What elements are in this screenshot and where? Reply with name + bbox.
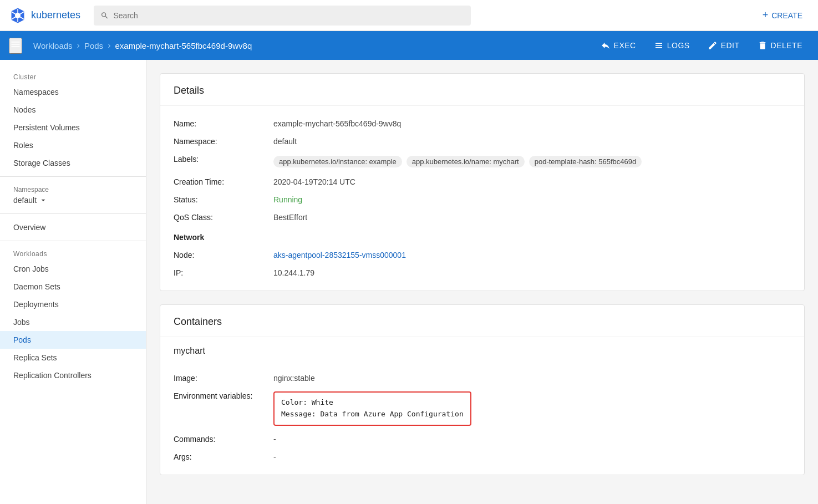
delete-button[interactable]: DELETE — [751, 37, 809, 54]
detail-label-name: Name: — [174, 119, 273, 128]
breadcrumb-sep-1: › — [77, 40, 80, 50]
detail-value-node[interactable]: aks-agentpool-28532155-vmss000001 — [273, 251, 791, 259]
sidebar-item-persistent-volumes[interactable]: Persistent Volumes — [0, 119, 146, 136]
detail-row-labels: Labels: app.kubernetes.io/instance: exam… — [174, 150, 791, 173]
detail-label-node: Node: — [174, 251, 273, 259]
logo-link[interactable]: kubernetes — [9, 7, 80, 24]
breadcrumb-sep-2: › — [108, 40, 110, 50]
chevron-down-icon — [39, 196, 48, 205]
search-bar[interactable] — [94, 6, 471, 26]
kubernetes-logo-icon — [9, 7, 27, 24]
detail-row-namespace: Namespace: default — [174, 133, 791, 150]
main-content: Details Name: example-mychart-565fbc469d… — [146, 60, 818, 502]
workloads-section-title: Workloads — [0, 246, 146, 260]
search-icon — [100, 11, 109, 20]
detail-row-name: Name: example-mychart-565fbc469d-9wv8q — [174, 115, 791, 133]
detail-label-creation-time: Creation Time: — [174, 177, 273, 186]
network-header: Network — [174, 226, 791, 246]
detail-value-ip: 10.244.1.79 — [273, 268, 791, 277]
container-details-grid: Image: nginx:stable Environment variable… — [160, 360, 804, 475]
create-label: CREATE — [771, 11, 802, 20]
sidebar: Cluster Namespaces Nodes Persistent Volu… — [0, 60, 146, 502]
edit-icon — [708, 40, 718, 50]
sidebar-divider-1 — [0, 176, 146, 177]
label-chip-1: app.kubernetes.io/name: mychart — [407, 156, 525, 167]
layout: Cluster Namespaces Nodes Persistent Volu… — [0, 60, 818, 502]
detail-label-qos: QoS Class: — [174, 213, 273, 222]
container-env-row: Environment variables: Color: White Mess… — [174, 387, 791, 430]
plus-icon: + — [763, 9, 769, 21]
logs-icon — [654, 40, 664, 50]
details-grid: Name: example-mychart-565fbc469d-9wv8q N… — [160, 106, 804, 291]
sidebar-item-overview[interactable]: Overview — [0, 218, 146, 236]
sidebar-item-pods[interactable]: Pods — [0, 331, 146, 349]
sidebar-item-replica-sets[interactable]: Replica Sets — [0, 349, 146, 366]
menu-icon — [10, 39, 21, 50]
sidebar-item-nodes[interactable]: Nodes — [0, 101, 146, 119]
detail-value-qos: BestEffort — [273, 213, 791, 222]
containers-card: Containers mychart Image: nginx:stable E… — [160, 304, 805, 475]
container-commands-value: - — [273, 435, 791, 444]
label-chip-2: pod-template-hash: 565fbc469d — [529, 156, 642, 167]
namespace-label: Namespace — [13, 186, 133, 194]
sidebar-item-storage-classes[interactable]: Storage Classes — [0, 154, 146, 172]
sidebar-item-cron-jobs[interactable]: Cron Jobs — [0, 260, 146, 278]
hamburger-button[interactable] — [9, 38, 22, 54]
sidebar-divider-2 — [0, 213, 146, 214]
cluster-section-title: Cluster — [0, 69, 146, 83]
sidebar-item-namespaces[interactable]: Namespaces — [0, 83, 146, 101]
namespace-select[interactable]: default — [13, 196, 133, 205]
exec-icon — [601, 40, 611, 50]
nav-bar: Workloads › Pods › example-mychart-565fb… — [0, 31, 818, 60]
breadcrumb-pods[interactable]: Pods — [84, 41, 103, 50]
sidebar-item-replication-controllers[interactable]: Replication Controllers — [0, 366, 146, 384]
container-commands-row: Commands: - — [174, 430, 791, 448]
details-card-title: Details — [160, 74, 804, 106]
detail-row-creation-time: Creation Time: 2020-04-19T20:14 UTC — [174, 173, 791, 191]
detail-label-ip: IP: — [174, 268, 273, 277]
top-bar: kubernetes + CREATE — [0, 0, 818, 31]
detail-row-ip: IP: 10.244.1.79 — [174, 264, 791, 282]
breadcrumb-current: example-mychart-565fbc469d-9wv8q — [115, 41, 252, 50]
create-button[interactable]: + CREATE — [756, 5, 809, 26]
logs-button[interactable]: LOGS — [647, 37, 697, 54]
labels-wrapper: app.kubernetes.io/instance: example app.… — [273, 155, 644, 169]
detail-row-qos: QoS Class: BestEffort — [174, 208, 791, 226]
detail-value-name: example-mychart-565fbc469d-9wv8q — [273, 119, 791, 128]
edit-button[interactable]: EDIT — [701, 37, 746, 54]
detail-row-status: Status: Running — [174, 191, 791, 208]
nav-actions: EXEC LOGS EDIT DELETE — [594, 37, 809, 54]
detail-label-namespace: Namespace: — [174, 137, 273, 146]
env-var-box: Color: White Message: Data from Azure Ap… — [273, 391, 471, 426]
sidebar-item-jobs[interactable]: Jobs — [0, 313, 146, 331]
search-input[interactable] — [113, 11, 464, 20]
exec-button[interactable]: EXEC — [594, 37, 643, 54]
sidebar-item-roles[interactable]: Roles — [0, 136, 146, 154]
detail-row-node: Node: aks-agentpool-28532155-vmss000001 — [174, 246, 791, 264]
detail-value-status: Running — [273, 195, 791, 204]
container-args-row: Args: - — [174, 448, 791, 466]
sidebar-item-daemon-sets[interactable]: Daemon Sets — [0, 278, 146, 296]
container-image-row: Image: nginx:stable — [174, 369, 791, 387]
details-card: Details Name: example-mychart-565fbc469d… — [160, 73, 805, 291]
detail-value-namespace: default — [273, 137, 791, 146]
breadcrumb-workloads[interactable]: Workloads — [33, 41, 73, 50]
container-args-label: Args: — [174, 452, 273, 461]
container-env-label: Environment variables: — [174, 391, 273, 400]
detail-label-labels: Labels: — [174, 155, 273, 164]
env-var-line-0: Color: White — [281, 397, 464, 409]
container-image-label: Image: — [174, 374, 273, 383]
breadcrumb: Workloads › Pods › example-mychart-565fb… — [33, 40, 252, 50]
env-var-line-1: Message: Data from Azure App Configurati… — [281, 409, 464, 420]
container-commands-label: Commands: — [174, 435, 273, 444]
detail-label-status: Status: — [174, 195, 273, 204]
label-chip-0: app.kubernetes.io/instance: example — [273, 156, 402, 167]
container-args-value: - — [273, 452, 791, 461]
containers-card-title: Containers — [160, 305, 804, 337]
container-image-value: nginx:stable — [273, 374, 791, 383]
sidebar-item-deployments[interactable]: Deployments — [0, 296, 146, 313]
detail-value-creation-time: 2020-04-19T20:14 UTC — [273, 177, 791, 186]
sidebar-divider-3 — [0, 241, 146, 241]
namespace-section: Namespace default — [0, 181, 146, 209]
brand-label: kubernetes — [31, 9, 80, 21]
